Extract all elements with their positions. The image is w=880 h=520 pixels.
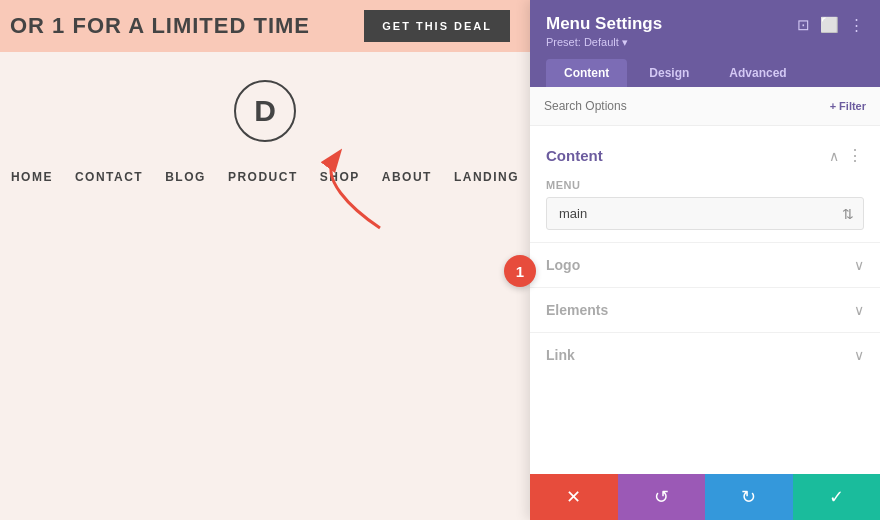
link-section-label: Link [546, 347, 575, 363]
nav-home[interactable]: HOME [11, 170, 53, 184]
menu-field-label: Menu [546, 179, 864, 191]
redo-icon: ↻ [741, 486, 756, 508]
preset-arrow-icon: ▾ [622, 36, 628, 48]
panel-title: Menu Settings [546, 14, 662, 34]
redo-button[interactable]: ↻ [705, 474, 793, 520]
panel-tabs: Content Design Advanced [530, 49, 880, 87]
save-button[interactable]: ✓ [793, 474, 881, 520]
menu-settings-panel: Menu Settings Preset: Default ▾ ⊡ ⬜ ⋮ Co… [530, 0, 880, 520]
panel-footer: ✕ ↺ ↻ ✓ [530, 474, 880, 520]
banner-text: OR 1 FOR A LIMITED TIME [0, 13, 310, 39]
cancel-icon: ✕ [566, 486, 581, 508]
menu-select-wrapper: main secondary footer ⇅ [546, 197, 864, 230]
nav-contact[interactable]: CONTACT [75, 170, 143, 184]
content-section-header: Content ∧ ⋮ [530, 136, 880, 173]
panel-preset[interactable]: Preset: Default ▾ [546, 36, 662, 49]
arrow-svg [290, 148, 410, 238]
panel-header: Menu Settings Preset: Default ▾ ⊡ ⬜ ⋮ [530, 0, 880, 49]
tab-design[interactable]: Design [631, 59, 707, 87]
search-input[interactable] [544, 99, 830, 113]
tab-advanced[interactable]: Advanced [711, 59, 804, 87]
panel-title-area: Menu Settings Preset: Default ▾ [546, 14, 662, 49]
promo-banner: OR 1 FOR A LIMITED TIME GET THIS DEAL [0, 0, 530, 52]
elements-chevron-icon: ∨ [854, 302, 864, 318]
panel-body: Content ∧ ⋮ Menu main secondary footer ⇅… [530, 126, 880, 474]
panel-header-icons: ⊡ ⬜ ⋮ [797, 16, 864, 34]
nav-product[interactable]: PRODUCT [228, 170, 298, 184]
step-badge: 1 [504, 255, 536, 287]
logo-section-label: Logo [546, 257, 580, 273]
filter-button[interactable]: + Filter [830, 100, 866, 112]
logo-chevron-icon: ∨ [854, 257, 864, 273]
section-more-icon[interactable]: ⋮ [847, 146, 864, 165]
save-icon: ✓ [829, 486, 844, 508]
menu-select[interactable]: main secondary footer [546, 197, 864, 230]
main-website-area: OR 1 FOR A LIMITED TIME GET THIS DEAL D … [0, 0, 530, 520]
link-section[interactable]: Link ∨ [530, 332, 880, 377]
logo-section[interactable]: Logo ∨ [530, 242, 880, 287]
nav-blog[interactable]: BLOG [165, 170, 206, 184]
content-section-title: Content [546, 147, 603, 164]
nav-landing[interactable]: LANDING [454, 170, 519, 184]
split-icon[interactable]: ⬜ [820, 16, 839, 34]
elements-section-label: Elements [546, 302, 608, 318]
cancel-button[interactable]: ✕ [530, 474, 618, 520]
resize-icon[interactable]: ⊡ [797, 16, 810, 34]
logo: D [234, 80, 296, 142]
reset-icon: ↺ [654, 486, 669, 508]
tab-content[interactable]: Content [546, 59, 627, 87]
section-header-icons: ∧ ⋮ [829, 146, 864, 165]
section-collapse-icon[interactable]: ∧ [829, 148, 839, 164]
logo-area: D [0, 52, 530, 160]
link-chevron-icon: ∨ [854, 347, 864, 363]
elements-section[interactable]: Elements ∨ [530, 287, 880, 332]
preset-label: Preset: Default [546, 36, 619, 48]
panel-header-top: Menu Settings Preset: Default ▾ ⊡ ⬜ ⋮ [546, 14, 864, 49]
annotation-arrow [290, 148, 410, 238]
get-deal-button[interactable]: GET THIS DEAL [364, 10, 510, 42]
main-nav: HOME CONTACT BLOG PRODUCT SHOP ABOUT LAN… [0, 160, 530, 200]
menu-field-group: Menu main secondary footer ⇅ [530, 173, 880, 242]
reset-button[interactable]: ↺ [618, 474, 706, 520]
more-options-icon[interactable]: ⋮ [849, 16, 864, 34]
panel-search-bar: + Filter [530, 87, 880, 126]
